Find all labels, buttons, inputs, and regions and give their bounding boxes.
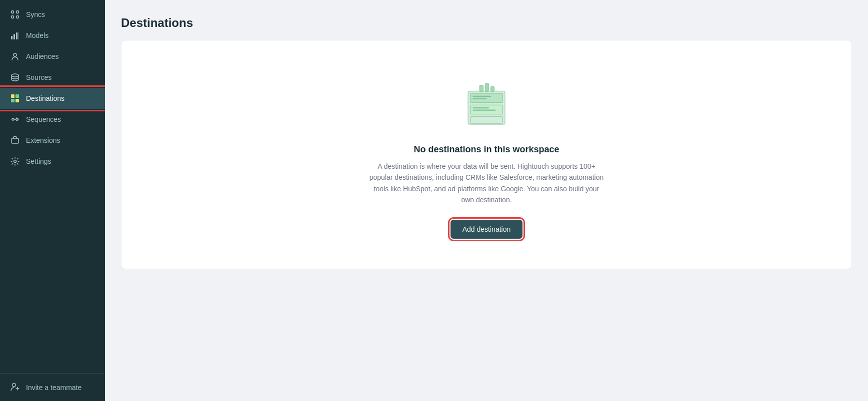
svg-rect-5: [14, 34, 15, 39]
invite-icon: [10, 382, 20, 393]
svg-rect-23: [480, 85, 483, 92]
svg-rect-13: [16, 99, 19, 102]
sidebar-item-label: Sequences: [26, 115, 61, 123]
svg-rect-17: [12, 138, 18, 143]
svg-point-0: [12, 11, 14, 13]
sidebar-item-settings[interactable]: Settings: [0, 151, 105, 172]
destinations-icon: [10, 93, 20, 103]
sources-icon: [10, 72, 20, 82]
syncs-icon: [10, 9, 20, 19]
svg-rect-27: [472, 96, 491, 97]
sidebar-item-label: Sources: [26, 73, 52, 81]
sidebar-item-destinations[interactable]: Destinations: [0, 88, 105, 109]
models-icon: [10, 30, 20, 40]
extensions-icon: [10, 135, 20, 145]
svg-rect-28: [472, 98, 486, 99]
sidebar-item-audiences[interactable]: Audiences: [0, 46, 105, 67]
settings-icon: [10, 156, 20, 166]
sidebar-item-label: Extensions: [26, 136, 60, 144]
empty-state-title: No destinations in this workspace: [414, 144, 559, 155]
svg-rect-4: [11, 36, 12, 39]
invite-label: Invite a teammate: [26, 384, 82, 392]
svg-point-9: [12, 74, 18, 77]
empty-state-description: A destination is where your data will be…: [366, 161, 606, 206]
svg-point-8: [14, 53, 16, 56]
svg-rect-11: [16, 94, 19, 98]
destinations-card: No destinations in this workspace A dest…: [121, 40, 852, 269]
add-destination-button[interactable]: Add destination: [450, 220, 523, 239]
svg-rect-26: [470, 93, 503, 102]
sidebar-bottom: Invite a teammate: [0, 373, 105, 401]
sidebar-item-label: Settings: [26, 157, 52, 165]
svg-rect-30: [472, 107, 488, 108]
svg-point-3: [16, 16, 19, 18]
svg-rect-25: [490, 86, 494, 91]
main-content: Destinations: [105, 0, 868, 401]
sidebar-item-label: Destinations: [26, 94, 64, 102]
audiences-icon: [10, 51, 20, 61]
sidebar-item-label: Models: [26, 31, 48, 39]
svg-rect-12: [11, 99, 14, 102]
empty-illustration: [456, 70, 516, 132]
svg-rect-32: [470, 116, 503, 123]
svg-point-18: [14, 160, 16, 163]
svg-point-19: [12, 384, 16, 387]
svg-rect-6: [16, 32, 18, 39]
page-title: Destinations: [121, 16, 852, 30]
svg-point-15: [12, 118, 14, 120]
svg-rect-31: [472, 109, 496, 110]
sidebar: Syncs Models Audiences: [0, 0, 105, 401]
sidebar-item-sequences[interactable]: Sequences: [0, 109, 105, 130]
svg-rect-24: [485, 83, 488, 92]
sidebar-item-models[interactable]: Models: [0, 25, 105, 46]
invite-teammate[interactable]: Invite a teammate: [10, 382, 95, 393]
svg-point-2: [12, 16, 14, 18]
sidebar-item-syncs[interactable]: Syncs: [0, 4, 105, 25]
svg-point-1: [16, 11, 19, 13]
sequences-icon: [10, 114, 20, 124]
sidebar-item-label: Audiences: [26, 52, 58, 60]
sidebar-item-sources[interactable]: Sources: [0, 67, 105, 88]
sidebar-item-label: Syncs: [26, 10, 45, 18]
sidebar-nav: Syncs Models Audiences: [0, 0, 105, 373]
sidebar-item-extensions[interactable]: Extensions: [0, 130, 105, 151]
svg-rect-7: [18, 31, 19, 39]
svg-rect-10: [11, 94, 14, 98]
